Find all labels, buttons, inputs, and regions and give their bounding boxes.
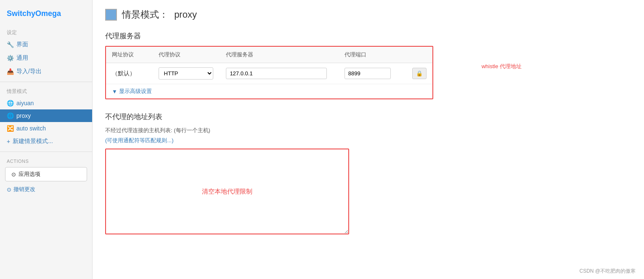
proxy-server-title: 代理服务器 — [105, 31, 631, 41]
switch-icon: 🔀 — [7, 125, 14, 132]
sidebar-item-label: 界面 — [16, 41, 28, 48]
sidebar-item-interface[interactable]: 🔧 界面 — [0, 38, 92, 51]
sidebar-item-new-profile[interactable]: + 新建情景模式... — [0, 135, 92, 148]
proxy-row: （默认） HTTP HTTPS SOCKS4 SOCKS5 — [106, 63, 432, 84]
undo-button[interactable]: ⊙ 撤销更改 — [0, 183, 92, 196]
sidebar-item-label: 新建情景模式... — [13, 138, 53, 145]
net-protocol-value: （默认） — [112, 70, 135, 77]
chevron-down-icon: ▼ — [112, 88, 117, 95]
proxy-port-input[interactable] — [345, 68, 391, 79]
show-advanced-link[interactable]: ▼ 显示高级设置 — [106, 84, 432, 98]
no-proxy-textarea[interactable] — [106, 149, 348, 234]
sidebar: SwitchyOmega 设定 🔧 界面 ⚙️ 通用 📥 导入/导出 情景模式 … — [0, 0, 93, 279]
cell-proxy-server — [220, 63, 338, 84]
profile-icon-box — [105, 9, 117, 21]
header-actions — [406, 47, 432, 63]
footer-note: CSDN @不吃肥肉的傲寒 — [579, 268, 636, 275]
wrench-icon: 🔧 — [7, 41, 14, 48]
header-proxy-protocol: 代理协议 — [153, 47, 220, 63]
sidebar-item-label: proxy — [16, 112, 31, 119]
proxy-protocol-select[interactable]: HTTP HTTPS SOCKS4 SOCKS5 — [159, 67, 213, 80]
no-proxy-title: 不代理的地址列表 — [105, 112, 631, 122]
sidebar-item-general[interactable]: ⚙️ 通用 — [0, 51, 92, 65]
cell-lock: 🔒 — [406, 63, 432, 84]
settings-section-label: 设定 — [0, 27, 92, 38]
sidebar-item-aiyuan[interactable]: 🌐 aiyuan — [0, 97, 92, 109]
globe-icon: 🌐 — [7, 112, 14, 119]
header-proxy-port: 代理端口 — [339, 47, 406, 63]
main-content: 情景模式： proxy 代理服务器 网址协议 代理协议 代理服务器 代理端口 — [93, 0, 644, 279]
import-icon: 📥 — [7, 68, 14, 75]
proxy-table: 网址协议 代理协议 代理服务器 代理端口 （默认） H — [106, 47, 432, 84]
cell-proxy-protocol: HTTP HTTPS SOCKS4 SOCKS5 — [153, 63, 220, 84]
undo-icon: ⊙ — [7, 186, 11, 193]
sidebar-item-label: 通用 — [16, 54, 28, 62]
sidebar-item-label: auto switch — [16, 125, 46, 132]
sidebar-item-auto-switch[interactable]: 🔀 auto switch — [0, 122, 92, 135]
sidebar-item-label: 导入/导出 — [16, 68, 42, 75]
page-header: 情景模式： proxy — [105, 8, 631, 21]
sidebar-brand: SwitchyOmega — [0, 4, 92, 27]
profiles-section-label: 情景模式 — [0, 85, 92, 97]
gear-icon: ⚙️ — [7, 55, 14, 61]
header-net-protocol: 网址协议 — [106, 47, 153, 63]
sidebar-item-import-export[interactable]: 📥 导入/导出 — [0, 65, 92, 78]
proxy-table-wrapper: 网址协议 代理协议 代理服务器 代理端口 （默认） H — [105, 46, 433, 99]
cell-proxy-port — [339, 63, 406, 84]
lock-button[interactable]: 🔒 — [412, 68, 427, 79]
whistle-annotation: whistle 代理地址 — [482, 63, 522, 70]
sidebar-item-proxy[interactable]: 🌐 proxy — [0, 109, 92, 122]
wildcard-link[interactable]: (可使用通配符等匹配规则...) — [105, 137, 174, 144]
plus-icon: + — [7, 138, 10, 145]
apply-options-button[interactable]: ⊙ 应用选项 — [5, 167, 87, 181]
proxy-server-input[interactable] — [226, 68, 327, 79]
sidebar-divider — [0, 82, 92, 82]
header-proxy-server: 代理服务器 — [220, 47, 338, 63]
undo-label: 撤销更改 — [13, 186, 35, 193]
page-title: 情景模式： proxy — [122, 8, 197, 21]
sidebar-item-label: aiyuan — [16, 100, 34, 106]
apply-icon: ⊙ — [11, 171, 16, 178]
cell-net-protocol: （默认） — [106, 63, 153, 84]
sidebar-divider-2 — [0, 151, 92, 152]
globe-icon: 🌐 — [7, 100, 14, 106]
no-proxy-wrapper: 清空本地代理限制 — [105, 149, 349, 234]
apply-label: 应用选项 — [19, 170, 40, 178]
actions-label: ACTIONS — [0, 155, 92, 165]
no-proxy-desc: 不经过代理连接的主机列表: (每行一个主机) — [105, 127, 631, 134]
